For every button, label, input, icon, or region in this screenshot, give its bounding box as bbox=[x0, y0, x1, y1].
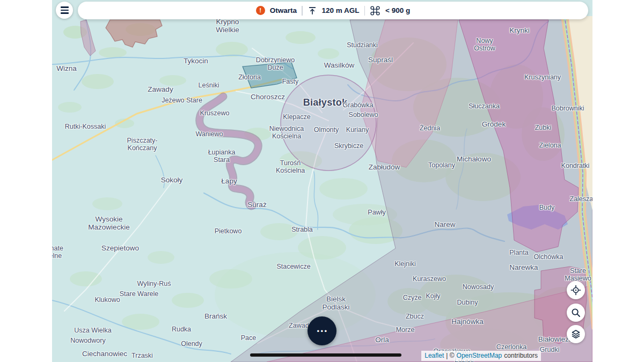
map-attribution: Leaflet | © OpenStreetMap contributors bbox=[421, 351, 541, 361]
altitude-limit-label: 120 m AGL bbox=[322, 6, 360, 14]
zone-status-label: Otwarta bbox=[270, 6, 297, 14]
layers-button[interactable] bbox=[567, 325, 585, 343]
ellipsis-icon: ••• bbox=[316, 328, 328, 335]
divider bbox=[302, 6, 303, 16]
locate-button[interactable] bbox=[567, 281, 585, 299]
flight-status-content: ! Otwarta 120 m AGL < 900 g bbox=[256, 5, 410, 16]
zone-bialystok-circle[interactable] bbox=[281, 75, 376, 171]
more-options-button[interactable]: ••• bbox=[308, 316, 336, 345]
layers-icon bbox=[570, 329, 581, 339]
leaflet-link[interactable]: Leaflet bbox=[425, 352, 444, 359]
drawer-handle[interactable] bbox=[250, 353, 401, 357]
hamburger-icon bbox=[61, 6, 69, 13]
openstreetmap-link[interactable]: OpenStreetMap bbox=[457, 352, 502, 359]
menu-button[interactable] bbox=[56, 2, 73, 19]
search-button[interactable] bbox=[567, 304, 585, 322]
flight-status-bar[interactable]: ! Otwarta 120 m AGL < 900 g bbox=[78, 2, 588, 19]
map-viewport[interactable]: Krypno WielkieWiznaTykocinDobrzyniewo Du… bbox=[52, 0, 592, 362]
warning-icon: ! bbox=[256, 6, 265, 15]
attribution-separator: | © bbox=[446, 352, 454, 359]
attribution-suffix: contributors bbox=[504, 352, 538, 359]
divider bbox=[364, 6, 365, 16]
app-window: Krypno WielkieWiznaTykocinDobrzyniewo Du… bbox=[0, 0, 644, 362]
locate-icon bbox=[570, 285, 581, 295]
map-canvas bbox=[52, 0, 592, 362]
drone-icon bbox=[370, 5, 380, 16]
search-icon bbox=[570, 307, 581, 318]
ceiling-height-icon bbox=[308, 6, 317, 16]
weight-limit-label: < 900 g bbox=[385, 6, 410, 14]
